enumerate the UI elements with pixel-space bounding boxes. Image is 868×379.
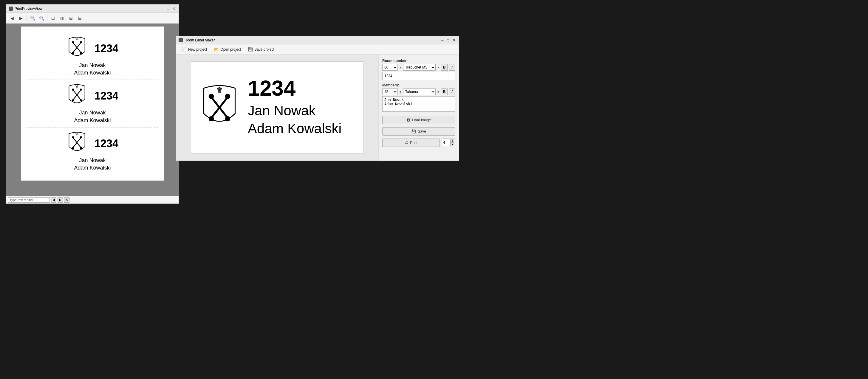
members-italic-button[interactable]: I <box>449 89 455 95</box>
copies-spinner: ▲ ▼ <box>442 139 455 147</box>
two-page-button[interactable]: ▥ <box>58 14 66 22</box>
svg-text:♛: ♛ <box>75 37 79 41</box>
minimize-button[interactable]: ─ <box>159 6 164 11</box>
svg-point-17 <box>72 136 74 138</box>
label-row: ♛ 1234 <box>27 37 158 61</box>
svg-point-25 <box>225 94 230 99</box>
copies-down-button[interactable]: ▼ <box>450 143 455 146</box>
find-next-button[interactable]: ▶ <box>58 197 63 203</box>
open-project-icon: 📂 <box>214 47 219 51</box>
coat-of-arms-icon: ♛ <box>66 37 87 61</box>
svg-text:♛: ♛ <box>75 84 79 89</box>
right-panel: Room number: 60 ▼ Trebuchet MS ▼ B I <box>378 55 459 161</box>
maximize-button[interactable]: □ <box>165 6 170 11</box>
copies-up-button[interactable]: ▲ <box>450 139 455 143</box>
svg-point-24 <box>209 94 214 99</box>
room-number-preview: 1234 <box>95 90 118 102</box>
svg-point-4 <box>80 41 82 43</box>
members-bold-button[interactable]: B <box>441 89 447 95</box>
new-project-button[interactable]: 📄 New project <box>179 45 210 53</box>
print-label: Print <box>410 141 417 145</box>
print-preview-titlebar: PrintPreviewView ─ □ ✕ <box>6 4 179 13</box>
members-field-label: Members: <box>382 83 455 87</box>
label-row: ♛ 1234 <box>27 132 158 156</box>
main-maximize-button[interactable]: □ <box>446 38 451 43</box>
preview-scroll-area[interactable]: ♛ 1234 Jan NowakAdam Kowalski <box>6 24 179 196</box>
members-font-row: 45 ▼ Tahoma ▼ B I <box>382 89 455 95</box>
save-icon: 💾 <box>411 129 416 134</box>
zoom-out-button[interactable]: 🔍 <box>37 14 45 22</box>
room-font-size-select[interactable]: 60 <box>382 64 398 71</box>
find-prev-button[interactable]: ◀ <box>51 197 56 203</box>
label-item: ♛ 1234 Jan NowakAdam Kowalski <box>27 80 158 127</box>
coat-of-arms-icon: ♛ <box>66 132 87 156</box>
print-button[interactable]: 🖨 Print <box>382 139 440 147</box>
label-preview-area: ♛ 1234 Jan NowakAdam Kowalski <box>176 55 378 161</box>
forward-button[interactable]: ▶ <box>17 14 25 22</box>
main-window: Room Label Maker ─ □ ✕ 📄 New project 📂 O… <box>176 36 459 161</box>
members-preview: Jan NowakAdam Kowalski <box>74 109 111 124</box>
label-preview-card: ♛ 1234 Jan NowakAdam Kowalski <box>191 61 364 154</box>
room-number-preview: 1234 <box>95 42 118 55</box>
label-item: ♛ 1234 Jan NowakAdam Kowalski <box>27 128 158 175</box>
coat-of-arms-large-icon: ♛ <box>200 85 239 130</box>
svg-point-5 <box>72 52 74 54</box>
back-button[interactable]: ◀ <box>8 14 16 22</box>
room-number-section: Room number: 60 ▼ Trebuchet MS ▼ B I <box>382 59 455 80</box>
svg-point-20 <box>80 147 82 149</box>
label-preview-text: 1234 Jan NowakAdam Kowalski <box>248 77 341 138</box>
room-font-row: 60 ▼ Trebuchet MS ▼ B I <box>382 64 455 71</box>
open-project-button[interactable]: 📂 Open project <box>211 45 244 53</box>
room-font-face-select[interactable]: Trebuchet MS <box>403 64 436 71</box>
load-image-button[interactable]: 🖼 Load image <box>382 116 455 124</box>
room-number-large: 1234 <box>248 77 341 99</box>
svg-point-27 <box>225 116 230 122</box>
zoom-in-button[interactable]: 🔍 <box>29 14 36 22</box>
svg-point-10 <box>72 89 74 91</box>
svg-point-19 <box>72 147 74 149</box>
save-project-button[interactable]: 💾 Save project <box>245 45 278 53</box>
save-project-label: Save project <box>254 47 274 51</box>
members-font-face-arrow: ▼ <box>437 90 440 94</box>
members-section: Members: 45 ▼ Tahoma ▼ B I Jan Nowak Ada… <box>382 83 455 113</box>
find-close-button[interactable]: ✕ <box>64 197 69 203</box>
svg-point-6 <box>80 52 82 54</box>
svg-point-12 <box>72 100 74 102</box>
members-large: Jan NowakAdam Kowalski <box>248 102 341 138</box>
more-button[interactable]: ⊟ <box>76 14 84 22</box>
main-titlebar: Room Label Maker ─ □ ✕ <box>176 36 459 44</box>
svg-point-11 <box>80 89 82 91</box>
room-number-preview: 1234 <box>95 137 118 150</box>
svg-text:♛: ♛ <box>216 86 223 94</box>
room-bold-button[interactable]: B <box>441 64 447 71</box>
main-window-title: Room Label Maker <box>185 38 215 42</box>
print-icon: 🖨 <box>405 141 408 145</box>
main-body: ♛ 1234 Jan NowakAdam Kowalski Room numbe… <box>176 55 459 161</box>
save-button[interactable]: 💾 Save <box>382 127 455 136</box>
new-project-icon: 📄 <box>182 47 187 51</box>
members-font-face-select[interactable]: Tahoma <box>403 89 436 95</box>
main-titlebar-left: Room Label Maker <box>179 38 215 42</box>
members-font-size-select[interactable]: 45 <box>382 89 398 95</box>
print-preview-window: PrintPreviewView ─ □ ✕ ◀ ▶ 🔍 🔍 ⊡ ▥ ⊞ ⊟ <box>6 4 179 204</box>
members-preview: Jan NowakAdam Kowalski <box>74 157 111 172</box>
room-italic-button[interactable]: I <box>449 64 455 71</box>
save-project-icon: 💾 <box>248 47 253 51</box>
close-button[interactable]: ✕ <box>172 6 176 11</box>
fit-page-button[interactable]: ⊡ <box>49 14 57 22</box>
main-close-button[interactable]: ✕ <box>452 38 457 43</box>
preview-page: ♛ 1234 Jan NowakAdam Kowalski <box>21 27 164 180</box>
main-minimize-button[interactable]: ─ <box>440 38 444 43</box>
room-number-input[interactable] <box>382 72 455 80</box>
copies-spin-buttons: ▲ ▼ <box>450 139 455 146</box>
find-input[interactable] <box>8 197 50 203</box>
label-item: ♛ 1234 Jan NowakAdam Kowalski <box>27 32 158 80</box>
print-toolbar: ◀ ▶ 🔍 🔍 ⊡ ▥ ⊞ ⊟ <box>6 13 179 24</box>
copies-input[interactable] <box>443 141 450 145</box>
coat-of-arms-icon: ♛ <box>66 84 87 108</box>
print-preview-title: PrintPreviewView <box>14 6 42 11</box>
four-page-button[interactable]: ⊞ <box>67 14 75 22</box>
room-font-face-arrow: ▼ <box>437 66 440 69</box>
members-textarea[interactable]: Jan Nowak Adam Kowalski <box>382 96 455 112</box>
svg-point-13 <box>80 100 82 102</box>
